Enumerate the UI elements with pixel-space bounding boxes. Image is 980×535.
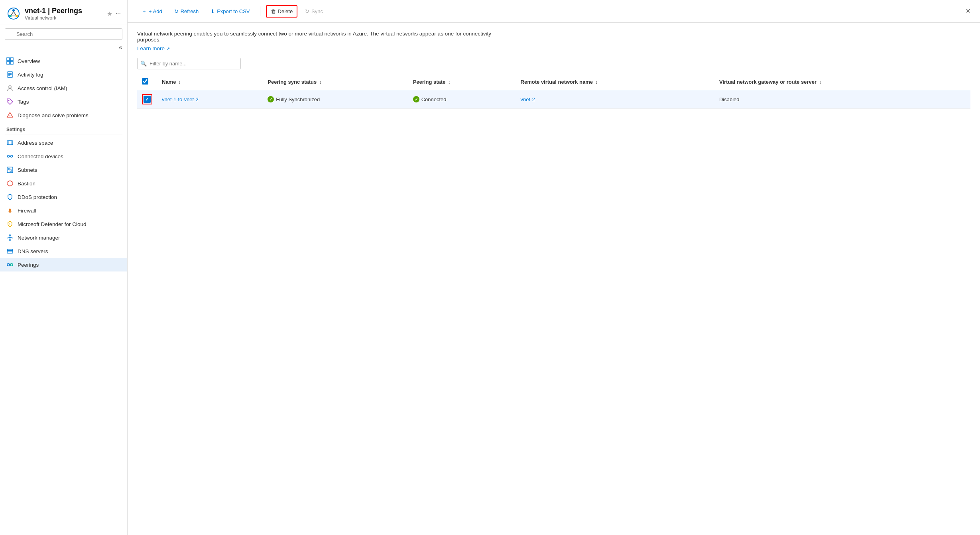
svg-point-16 (8, 100, 10, 101)
sync-status-text: Fully Synchronized (276, 96, 320, 102)
row-state-cell: Connected (408, 90, 516, 109)
refresh-icon: ↻ (174, 8, 179, 14)
sort-icon-remote[interactable]: ↕ (596, 80, 598, 85)
svg-point-31 (12, 237, 13, 238)
delete-icon: 🗑 (271, 8, 276, 14)
svg-point-33 (10, 240, 11, 241)
refresh-button[interactable]: ↻ Refresh (170, 6, 203, 17)
svg-rect-27 (10, 170, 12, 171)
vnet-logo-icon (6, 6, 21, 21)
svg-line-4 (11, 12, 14, 15)
sidebar-item-label: Activity log (18, 72, 43, 78)
sidebar-item-tags[interactable]: Tags (0, 95, 127, 108)
sidebar-collapse-button[interactable]: « (119, 44, 122, 51)
export-icon: ⬇ (211, 8, 215, 14)
sidebar-item-label: Firewall (18, 208, 36, 214)
sidebar-item-address-space[interactable]: Address space (0, 136, 127, 149)
gateway-value: Disabled (719, 96, 740, 102)
access-control-icon (6, 85, 14, 92)
peering-name-link[interactable]: vnet-1-to-vnet-2 (162, 96, 199, 102)
svg-rect-38 (7, 249, 13, 253)
sidebar-item-subnets[interactable]: Subnets (0, 163, 127, 177)
delete-button[interactable]: 🗑 Delete (266, 5, 298, 18)
search-input[interactable] (5, 28, 122, 40)
sort-icon-gateway[interactable]: ↕ (819, 80, 822, 85)
sidebar-item-network-manager[interactable]: Network manager (0, 231, 127, 244)
overview-icon (6, 57, 14, 65)
peering-state-text: Connected (421, 96, 447, 102)
svg-point-29 (9, 237, 11, 238)
subnets-icon (6, 166, 14, 173)
sync-button[interactable]: ↻ Sync (301, 6, 327, 17)
filter-input[interactable] (137, 58, 241, 69)
select-all-header (137, 74, 157, 90)
sort-icon-name[interactable]: ↕ (179, 80, 181, 85)
row-gateway-cell: Disabled (714, 90, 970, 109)
description-text: Virtual network peering enables you to s… (137, 31, 496, 43)
svg-point-18 (10, 116, 10, 117)
sidebar-item-label: Subnets (18, 167, 37, 173)
address-space-icon (6, 139, 14, 146)
diagnose-icon (6, 112, 14, 119)
sidebar-item-label: DNS servers (18, 248, 48, 254)
sidebar-item-dns-servers[interactable]: DNS servers (0, 244, 127, 258)
sidebar: vnet-1 | Peerings Virtual network ★ ··· … (0, 0, 128, 535)
svg-point-1 (12, 9, 15, 12)
sidebar-search-area: 🔍 (0, 24, 127, 44)
sidebar-item-diagnose[interactable]: Diagnose and solve problems (0, 108, 127, 122)
external-link-icon: ↗ (166, 46, 170, 51)
svg-rect-9 (7, 61, 10, 64)
more-icon[interactable]: ··· (116, 10, 121, 17)
learn-more-link[interactable]: Learn more ↗ (137, 45, 170, 51)
svg-point-41 (7, 264, 10, 266)
close-button[interactable]: × (966, 6, 970, 16)
main-area: ＋ + Add ↻ Refresh ⬇ Export to CSV 🗑 Dele… (128, 0, 980, 535)
select-all-checkbox[interactable] (142, 78, 148, 85)
sidebar-item-label: DDoS protection (18, 194, 57, 200)
sidebar-item-defender[interactable]: ! Microsoft Defender for Cloud (0, 217, 127, 231)
firewall-icon (6, 207, 14, 214)
sort-icon-state[interactable]: ↕ (448, 80, 451, 85)
peering-state-icon (413, 96, 419, 102)
svg-rect-7 (7, 58, 10, 61)
sidebar-header: vnet-1 | Peerings Virtual network ★ ··· (0, 0, 127, 24)
add-button[interactable]: ＋ + Add (137, 5, 167, 18)
row-checkbox-selected[interactable]: ✓ (144, 96, 151, 103)
sidebar-item-peerings[interactable]: Peerings (0, 258, 127, 271)
sort-icon-sync[interactable]: ↕ (319, 80, 322, 85)
col-header-gateway: Virtual network gateway or route server … (714, 74, 970, 90)
sidebar-nav: Overview Activity log Access control (IA… (0, 53, 127, 535)
svg-rect-8 (10, 58, 13, 61)
settings-section-label: Settings (0, 122, 127, 134)
filter-search-icon: 🔍 (140, 61, 147, 67)
export-button[interactable]: ⬇ Export to CSV (206, 6, 254, 17)
svg-point-30 (7, 237, 8, 238)
sidebar-item-label: Bastion (18, 181, 35, 187)
row-checkbox-red-border: ✓ (142, 94, 152, 104)
remote-vnet-link[interactable]: vnet-2 (521, 96, 535, 102)
col-header-peering-state: Peering state ↕ (408, 74, 516, 90)
sidebar-item-label: Access control (IAM) (18, 85, 67, 91)
activity-log-icon (6, 71, 14, 78)
svg-rect-26 (8, 168, 10, 170)
sidebar-item-label: Address space (18, 140, 53, 146)
sidebar-item-bastion[interactable]: Bastion (0, 177, 127, 190)
close-icon: × (966, 6, 970, 15)
sidebar-item-firewall[interactable]: Firewall (0, 204, 127, 217)
sidebar-item-activity-log[interactable]: Activity log (0, 68, 127, 81)
svg-line-5 (14, 12, 16, 15)
col-header-name: Name ↕ (157, 74, 263, 90)
svg-point-15 (9, 86, 11, 88)
sidebar-item-overview[interactable]: Overview (0, 54, 127, 68)
sidebar-item-ddos-protection[interactable]: DDoS protection (0, 190, 127, 204)
svg-rect-10 (10, 61, 13, 64)
sync-icon: ↻ (305, 8, 309, 14)
row-sync-status-cell: Fully Synchronized (263, 90, 408, 109)
col-header-peering-sync: Peering sync status ↕ (263, 74, 408, 90)
page-subtitle: Virtual network (25, 15, 82, 21)
main-content: Virtual network peering enables you to s… (128, 23, 980, 535)
peerings-icon (6, 261, 14, 268)
sidebar-item-access-control[interactable]: Access control (IAM) (0, 81, 127, 95)
star-icon[interactable]: ★ (107, 10, 112, 18)
sidebar-item-connected-devices[interactable]: Connected devices (0, 149, 127, 163)
